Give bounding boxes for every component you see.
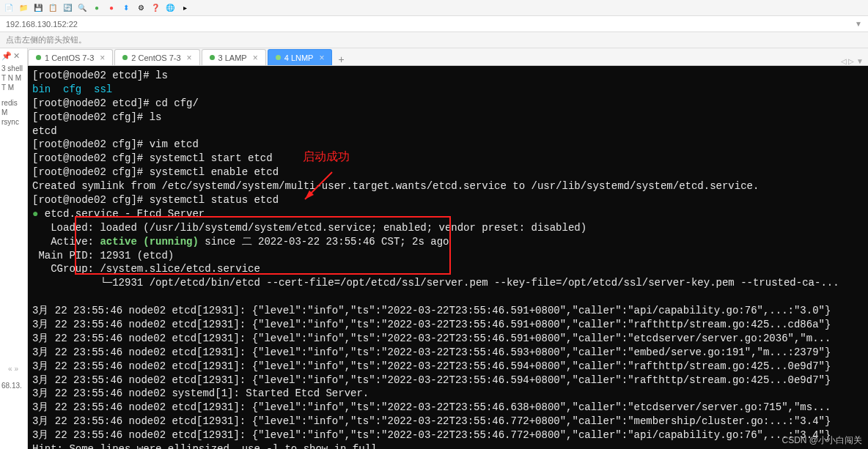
tab-status-dot: [276, 55, 281, 60]
toolbar-connect-icon[interactable]: ●: [91, 2, 103, 14]
cmd-status: systemctl status etcd: [150, 194, 279, 206]
prompt: [root@node02 etcd]#: [32, 70, 155, 81]
cgroup-line: CGroup: /system.slice/etcd.service: [32, 263, 260, 275]
file-listing: etcd: [32, 125, 57, 137]
toolbar-doc-icon[interactable]: 📄: [3, 2, 15, 14]
content-area: 1 CentOS 7-3× 2 CentOS 7-3× 3 LAMP× 4 LN…: [28, 48, 868, 449]
toolbar-transfer-icon[interactable]: ⬍: [120, 2, 132, 14]
sidebar-item-shell[interactable]: 3 shell: [1, 64, 26, 73]
service-name: etcd.service - Etcd Server: [45, 208, 205, 220]
toolbar-world-icon[interactable]: 🌐: [164, 2, 176, 14]
sidebar-item-tm[interactable]: T M: [1, 83, 26, 92]
sidebar-item-rsync[interactable]: M rsync: [1, 108, 26, 127]
log-line: 3月 22 23:55:46 node02 etcd[12931]: {"lev…: [32, 401, 831, 413]
sidebar-item-redis[interactable]: redis: [1, 98, 26, 108]
address-dropdown-icon[interactable]: ▼: [855, 20, 862, 28]
log-line: 3月 22 23:55:46 node02 etcd[12931]: {"lev…: [32, 305, 831, 316]
tab-label: 2 CentOS 7-3: [131, 53, 180, 62]
toolbar-save-icon[interactable]: 💾: [32, 2, 44, 14]
tab-lamp[interactable]: 3 LAMP×: [202, 49, 266, 65]
loaded-line: Loaded: loaded (/usr/lib/systemd/system/…: [32, 222, 586, 234]
prompt: [root@node02 cfg]#: [32, 152, 150, 164]
address-bar[interactable]: 192.168.130.152:22 ▼: [0, 16, 868, 32]
tab-label: 4 LNMP: [284, 53, 314, 62]
hint-line: Hint: Some lines were ellipsized, use -l…: [32, 443, 383, 449]
sidebar-item-tnm[interactable]: T N M: [1, 73, 26, 83]
log-line: 3月 22 23:55:46 node02 etcd[12931]: {"lev…: [32, 333, 831, 344]
tab-centos-2[interactable]: 2 CentOS 7-3×: [114, 49, 199, 65]
tab-close-icon[interactable]: ×: [100, 53, 105, 63]
prompt: [root@node02 cfg]#: [32, 166, 150, 178]
prompt: [root@node02 cfg]#: [32, 138, 150, 150]
tab-centos-1[interactable]: 1 CentOS 7-3×: [28, 49, 113, 65]
hint-text: 点击左侧的箭头按钮。: [6, 34, 87, 45]
tab-lnmp[interactable]: 4 LNMP×: [268, 49, 333, 65]
toolbar-folder-icon[interactable]: 📁: [18, 2, 29, 14]
status-bullet: ●: [32, 208, 45, 220]
tab-label: 3 LAMP: [218, 53, 247, 62]
sidebar-pin-icon[interactable]: 📌: [1, 51, 12, 61]
sidebar-close-icon[interactable]: ✕: [13, 51, 20, 61]
toolbar-shell-icon[interactable]: ▸: [179, 2, 191, 14]
prompt: [root@node02 etcd]#: [32, 97, 155, 109]
address-text: 192.168.130.152:22: [6, 20, 78, 29]
prompt: [root@node02 cfg]#: [32, 194, 150, 206]
tab-status-dot: [122, 55, 128, 60]
tab-add-button[interactable]: +: [334, 53, 348, 65]
annotation-success: 启动成功: [303, 149, 350, 165]
sidebar-ip-partial: 68.13.: [0, 381, 23, 390]
log-line: 3月 22 23:55:46 node02 etcd[12931]: {"lev…: [32, 415, 831, 427]
toolbar-help-icon[interactable]: ❓: [150, 2, 161, 14]
main-toolbar: 📄 📁 💾 📋 🔄 🔍 ● ● ⬍ ⚙ ❓ 🌐 ▸: [0, 0, 868, 16]
cmd-ls: ls: [150, 111, 162, 123]
log-line: 3月 22 23:55:46 node02 etcd[12931]: {"lev…: [32, 360, 831, 372]
pid-line: Main PID: 12931 (etcd): [32, 250, 174, 261]
cmd-cd: cd cfg/: [155, 97, 199, 109]
toolbar-search-icon[interactable]: 🔍: [76, 2, 88, 14]
active-since: since 二 2022-03-22 23:55:46 CST; 2s ago: [199, 236, 449, 248]
tab-close-icon[interactable]: ×: [319, 53, 324, 63]
symlink-msg: Created symlink from /etc/systemd/system…: [32, 180, 759, 192]
toolbar-refresh-icon[interactable]: 🔄: [62, 2, 73, 14]
log-line: 3月 22 23:55:46 node02 etcd[12931]: {"lev…: [32, 374, 831, 386]
toolbar-gear-icon[interactable]: ⚙: [135, 2, 147, 14]
cmd-ls: ls: [155, 70, 168, 81]
active-label: Active:: [32, 236, 100, 248]
log-line: 3月 22 23:55:46 node02 etcd[12931]: {"lev…: [32, 319, 831, 330]
sidebar-section-2: redis M rsync: [1, 98, 26, 127]
active-status: active (running): [100, 236, 198, 248]
cmd-vim: vim etcd: [150, 138, 199, 150]
tab-close-icon[interactable]: ×: [253, 53, 258, 63]
log-line: 3月 22 23:55:46 node02 etcd[12931]: {"lev…: [32, 346, 831, 358]
log-line: 3月 22 23:55:46 node02 systemd[1]: Starte…: [32, 387, 369, 399]
tab-nav-arrows[interactable]: ◁ ▷ ▼: [836, 57, 868, 65]
cgroup-proc: └─12931 /opt/etcd/bin/etcd --cert-file=/…: [32, 277, 839, 289]
tab-status-dot: [36, 55, 41, 60]
tab-status-dot: [210, 55, 215, 60]
sidebar-section-1: 3 shell T N M T M: [1, 64, 26, 92]
cmd-start: systemctl start etcd: [150, 152, 273, 164]
sidebar-scroll-arrows[interactable]: « »: [0, 365, 26, 373]
log-line: 3月 22 23:55:46 node02 etcd[12931]: {"lev…: [32, 429, 831, 441]
tab-label: 1 CentOS 7-3: [45, 53, 94, 62]
tab-close-icon[interactable]: ×: [187, 53, 192, 63]
toolbar-copy-icon[interactable]: 📋: [47, 2, 59, 14]
toolbar-disconnect-icon[interactable]: ●: [106, 2, 117, 14]
prompt: [root@node02 cfg]#: [32, 111, 150, 123]
watermark: CSDN @小小白闯关: [781, 434, 862, 447]
main-area: 📌 ✕ 3 shell T N M T M redis M rsync 1 Ce…: [0, 48, 868, 449]
cmd-enable: systemctl enable etcd: [150, 166, 279, 178]
dir-listing: bin cfg ssl: [32, 84, 112, 95]
tab-bar: 1 CentOS 7-3× 2 CentOS 7-3× 3 LAMP× 4 LN…: [28, 48, 868, 66]
hint-bar: 点击左侧的箭头按钮。: [0, 32, 868, 48]
terminal-output[interactable]: [root@node02 etcd]# ls bin cfg ssl [root…: [28, 66, 868, 449]
